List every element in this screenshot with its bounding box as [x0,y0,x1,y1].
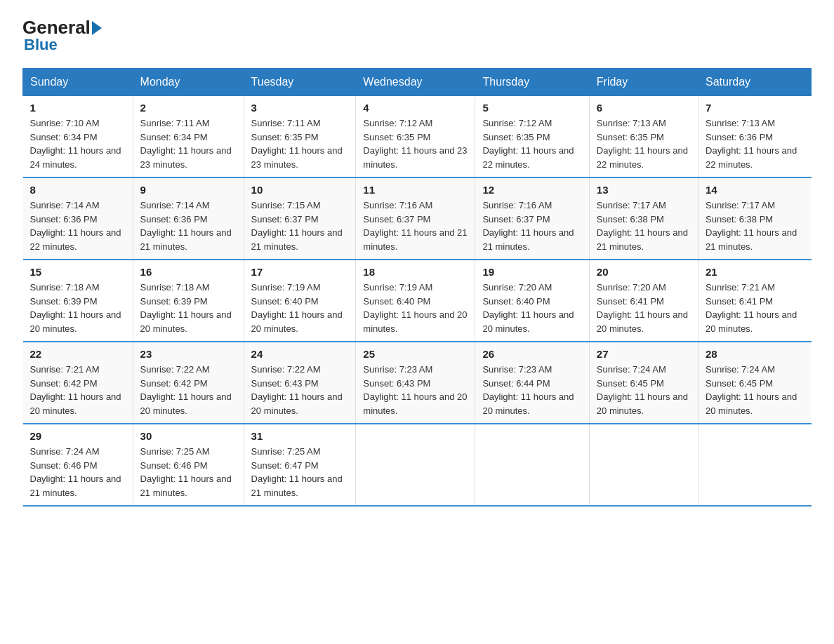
col-header-monday: Monday [133,69,244,96]
calendar-cell [589,424,698,506]
day-number: 30 [140,430,237,442]
day-number: 16 [140,266,237,278]
day-info: Sunrise: 7:13 AMSunset: 6:35 PMDaylight:… [597,116,691,171]
col-header-tuesday: Tuesday [244,69,356,96]
calendar-week-row: 8Sunrise: 7:14 AMSunset: 6:36 PMDaylight… [23,177,812,260]
calendar-cell: 9Sunrise: 7:14 AMSunset: 6:36 PMDaylight… [133,177,244,260]
calendar-cell: 6Sunrise: 7:13 AMSunset: 6:35 PMDaylight… [589,96,698,178]
day-number: 2 [140,102,237,114]
day-number: 27 [597,348,691,360]
day-info: Sunrise: 7:14 AMSunset: 6:36 PMDaylight:… [140,199,237,253]
day-number: 10 [251,184,349,196]
day-info: Sunrise: 7:25 AMSunset: 6:47 PMDaylight:… [251,445,349,499]
day-info: Sunrise: 7:15 AMSunset: 6:37 PMDaylight:… [251,199,349,253]
day-number: 11 [363,184,468,196]
calendar-cell: 14Sunrise: 7:17 AMSunset: 6:38 PMDayligh… [699,177,812,260]
day-number: 26 [482,348,581,360]
calendar-cell [475,424,589,506]
calendar-cell [356,424,475,506]
day-number: 28 [706,348,804,360]
calendar-cell: 24Sunrise: 7:22 AMSunset: 6:43 PMDayligh… [244,342,356,424]
calendar-cell: 31Sunrise: 7:25 AMSunset: 6:47 PMDayligh… [244,424,356,506]
day-number: 7 [706,102,804,114]
day-info: Sunrise: 7:24 AMSunset: 6:46 PMDaylight:… [30,445,126,499]
day-number: 13 [597,184,691,196]
day-info: Sunrise: 7:21 AMSunset: 6:41 PMDaylight:… [706,281,804,335]
day-info: Sunrise: 7:21 AMSunset: 6:42 PMDaylight:… [30,363,126,417]
day-number: 19 [482,266,581,278]
day-info: Sunrise: 7:23 AMSunset: 6:43 PMDaylight:… [363,363,468,417]
day-number: 29 [30,430,126,442]
day-info: Sunrise: 7:20 AMSunset: 6:41 PMDaylight:… [597,281,691,335]
calendar-cell: 12Sunrise: 7:16 AMSunset: 6:37 PMDayligh… [475,177,589,260]
calendar-cell: 17Sunrise: 7:19 AMSunset: 6:40 PMDayligh… [244,260,356,342]
day-number: 1 [30,102,126,114]
day-info: Sunrise: 7:13 AMSunset: 6:36 PMDaylight:… [706,116,804,171]
calendar-cell: 25Sunrise: 7:23 AMSunset: 6:43 PMDayligh… [356,342,475,424]
calendar-cell: 28Sunrise: 7:24 AMSunset: 6:45 PMDayligh… [699,342,812,424]
col-header-friday: Friday [589,69,698,96]
day-number: 14 [706,184,804,196]
calendar-cell: 23Sunrise: 7:22 AMSunset: 6:42 PMDayligh… [133,342,244,424]
col-header-thursday: Thursday [475,69,589,96]
calendar-cell: 5Sunrise: 7:12 AMSunset: 6:35 PMDaylight… [475,96,589,178]
logo-area: General Blue [22,17,103,54]
calendar-week-row: 22Sunrise: 7:21 AMSunset: 6:42 PMDayligh… [23,342,812,424]
day-number: 23 [140,348,237,360]
day-info: Sunrise: 7:22 AMSunset: 6:43 PMDaylight:… [251,363,349,417]
calendar-cell: 26Sunrise: 7:23 AMSunset: 6:44 PMDayligh… [475,342,589,424]
calendar-cell: 15Sunrise: 7:18 AMSunset: 6:39 PMDayligh… [23,260,133,342]
day-info: Sunrise: 7:16 AMSunset: 6:37 PMDaylight:… [482,199,581,253]
day-info: Sunrise: 7:19 AMSunset: 6:40 PMDaylight:… [363,281,468,335]
day-info: Sunrise: 7:18 AMSunset: 6:39 PMDaylight:… [30,281,126,335]
calendar-header-row: SundayMondayTuesdayWednesdayThursdayFrid… [23,69,812,96]
calendar-cell: 21Sunrise: 7:21 AMSunset: 6:41 PMDayligh… [699,260,812,342]
day-number: 3 [251,102,349,114]
calendar-cell: 30Sunrise: 7:25 AMSunset: 6:46 PMDayligh… [133,424,244,506]
day-info: Sunrise: 7:17 AMSunset: 6:38 PMDaylight:… [597,199,691,253]
col-header-sunday: Sunday [23,69,133,96]
calendar-cell: 4Sunrise: 7:12 AMSunset: 6:35 PMDaylight… [356,96,475,178]
day-number: 4 [363,102,468,114]
header: General Blue [22,17,812,54]
logo-arrow-icon [92,21,102,35]
day-number: 12 [482,184,581,196]
day-number: 24 [251,348,349,360]
calendar-cell: 20Sunrise: 7:20 AMSunset: 6:41 PMDayligh… [589,260,698,342]
col-header-wednesday: Wednesday [356,69,475,96]
day-number: 15 [30,266,126,278]
day-number: 8 [30,184,126,196]
calendar-cell: 18Sunrise: 7:19 AMSunset: 6:40 PMDayligh… [356,260,475,342]
day-number: 25 [363,348,468,360]
day-info: Sunrise: 7:24 AMSunset: 6:45 PMDaylight:… [597,363,691,417]
calendar-cell: 11Sunrise: 7:16 AMSunset: 6:37 PMDayligh… [356,177,475,260]
calendar-cell: 10Sunrise: 7:15 AMSunset: 6:37 PMDayligh… [244,177,356,260]
day-number: 20 [597,266,691,278]
day-number: 17 [251,266,349,278]
day-number: 5 [482,102,581,114]
calendar-cell: 19Sunrise: 7:20 AMSunset: 6:40 PMDayligh… [475,260,589,342]
day-number: 6 [597,102,691,114]
calendar-cell: 29Sunrise: 7:24 AMSunset: 6:46 PMDayligh… [23,424,133,506]
calendar-cell: 27Sunrise: 7:24 AMSunset: 6:45 PMDayligh… [589,342,698,424]
day-info: Sunrise: 7:25 AMSunset: 6:46 PMDaylight:… [140,445,237,499]
calendar-week-row: 15Sunrise: 7:18 AMSunset: 6:39 PMDayligh… [23,260,812,342]
day-info: Sunrise: 7:10 AMSunset: 6:34 PMDaylight:… [30,116,126,171]
day-info: Sunrise: 7:19 AMSunset: 6:40 PMDaylight:… [251,281,349,335]
calendar-cell: 16Sunrise: 7:18 AMSunset: 6:39 PMDayligh… [133,260,244,342]
calendar-table: SundayMondayTuesdayWednesdayThursdayFrid… [22,68,812,507]
day-number: 21 [706,266,804,278]
day-number: 9 [140,184,237,196]
calendar-cell: 1Sunrise: 7:10 AMSunset: 6:34 PMDaylight… [23,96,133,178]
day-info: Sunrise: 7:11 AMSunset: 6:35 PMDaylight:… [251,116,349,171]
logo-blue: Blue [24,36,58,54]
day-number: 31 [251,430,349,442]
day-info: Sunrise: 7:11 AMSunset: 6:34 PMDaylight:… [140,116,237,171]
day-info: Sunrise: 7:24 AMSunset: 6:45 PMDaylight:… [706,363,804,417]
day-info: Sunrise: 7:18 AMSunset: 6:39 PMDaylight:… [140,281,237,335]
day-info: Sunrise: 7:12 AMSunset: 6:35 PMDaylight:… [363,116,468,171]
day-info: Sunrise: 7:23 AMSunset: 6:44 PMDaylight:… [482,363,581,417]
day-info: Sunrise: 7:14 AMSunset: 6:36 PMDaylight:… [30,199,126,253]
calendar-cell: 7Sunrise: 7:13 AMSunset: 6:36 PMDaylight… [699,96,812,178]
calendar-cell: 3Sunrise: 7:11 AMSunset: 6:35 PMDaylight… [244,96,356,178]
